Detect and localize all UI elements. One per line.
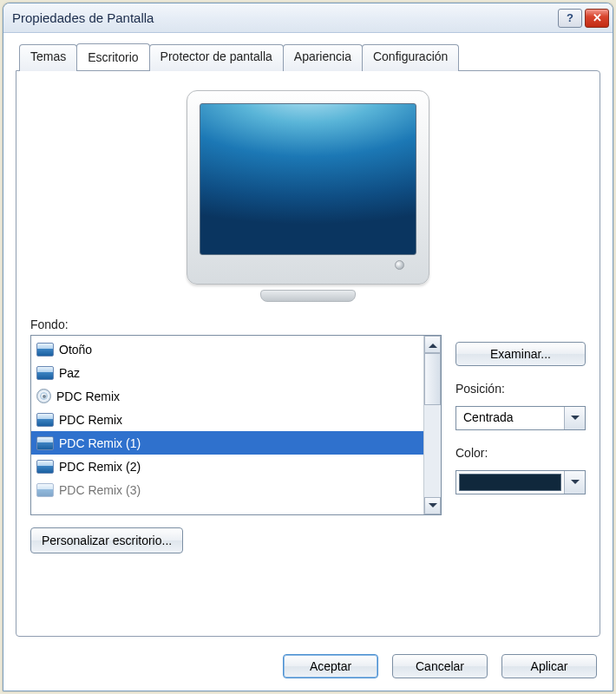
tab-screensaver[interactable]: Protector de pantalla xyxy=(149,44,284,71)
image-icon xyxy=(36,460,54,474)
close-button[interactable]: ✕ xyxy=(585,9,609,28)
client-area: Temas Escritorio Protector de pantalla A… xyxy=(3,33,613,644)
scroll-down-button[interactable] xyxy=(424,497,441,514)
background-label: Fondo: xyxy=(30,318,442,331)
tab-panel-desktop: Fondo: Otoño Paz xyxy=(16,70,600,637)
wallpaper-preview xyxy=(30,83,586,318)
disc-icon xyxy=(36,389,51,403)
close-icon: ✕ xyxy=(593,11,602,24)
display-properties-window: Propiedades de Pantalla ? ✕ Temas Escrit… xyxy=(3,3,613,691)
color-label: Color: xyxy=(455,446,586,460)
dialog-footer: Aceptar Cancelar Aplicar xyxy=(3,644,613,691)
tab-appearance[interactable]: Apariencia xyxy=(283,44,363,71)
chevron-up-icon xyxy=(429,339,437,350)
scroll-up-button[interactable] xyxy=(424,336,441,353)
chevron-down-icon xyxy=(429,501,437,512)
color-picker[interactable] xyxy=(455,470,586,494)
monitor-preview xyxy=(187,90,429,302)
monitor-screen xyxy=(200,103,416,255)
image-icon xyxy=(36,413,54,427)
image-icon xyxy=(36,366,54,380)
customize-desktop-button[interactable]: Personalizar escritorio... xyxy=(30,527,183,553)
position-label: Posición: xyxy=(455,382,586,396)
scroll-thumb[interactable] xyxy=(424,353,441,405)
browse-button[interactable]: Examinar... xyxy=(455,342,586,366)
list-item-selected[interactable]: PDC Remix (1) xyxy=(31,431,423,455)
list-item[interactable]: PDC Remix xyxy=(31,384,423,408)
position-select[interactable]: Centrada xyxy=(455,406,586,430)
monitor-power-led-icon xyxy=(395,260,404,270)
tab-strip: Temas Escritorio Protector de pantalla A… xyxy=(19,43,600,70)
tab-desktop[interactable]: Escritorio xyxy=(76,43,149,70)
ok-button[interactable]: Aceptar xyxy=(283,654,378,678)
image-icon xyxy=(36,436,54,450)
position-value: Centrada xyxy=(456,407,564,429)
window-title: Propiedades de Pantalla xyxy=(12,10,558,25)
list-scrollbar[interactable] xyxy=(423,336,441,514)
apply-button[interactable]: Aplicar xyxy=(501,654,597,678)
image-icon xyxy=(36,483,54,497)
dropdown-arrow-icon[interactable] xyxy=(564,407,585,429)
list-item[interactable]: Paz xyxy=(31,361,423,384)
wallpaper-list[interactable]: Otoño Paz PDC Remix xyxy=(30,335,442,515)
help-button[interactable]: ? xyxy=(558,9,582,28)
scroll-track[interactable] xyxy=(424,353,441,497)
list-item[interactable]: PDC Remix xyxy=(31,408,423,431)
tab-settings[interactable]: Configuración xyxy=(362,44,459,71)
titlebar[interactable]: Propiedades de Pantalla ? ✕ xyxy=(3,3,613,33)
list-item[interactable]: Otoño xyxy=(31,337,423,361)
list-item[interactable]: PDC Remix (3) xyxy=(31,478,423,501)
cancel-button[interactable]: Cancelar xyxy=(392,654,488,678)
list-item[interactable]: PDC Remix (2) xyxy=(31,455,423,478)
tab-themes[interactable]: Temas xyxy=(19,44,77,71)
dropdown-arrow-icon[interactable] xyxy=(564,471,585,494)
color-swatch xyxy=(459,474,561,491)
image-icon xyxy=(36,343,54,357)
